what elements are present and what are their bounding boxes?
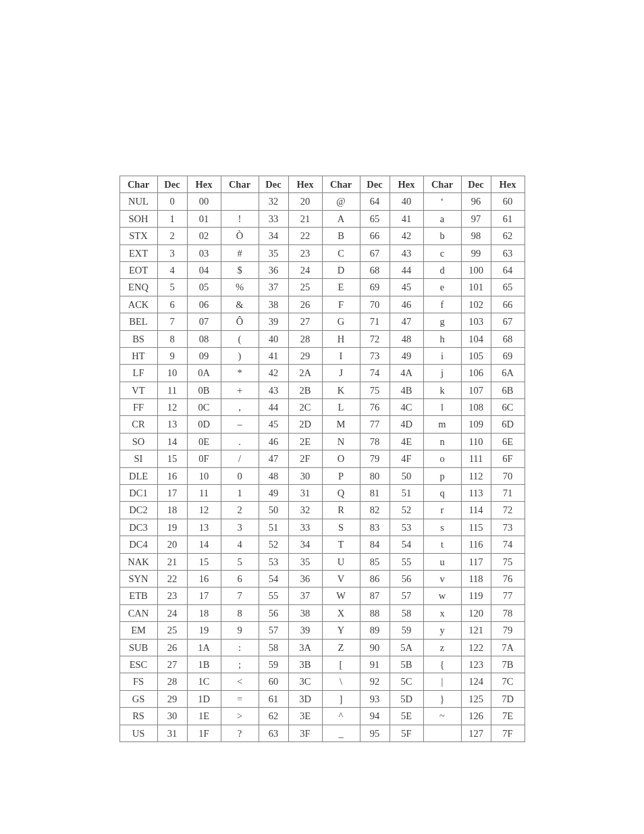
table-cell: 15	[187, 553, 221, 570]
table-cell: 02	[187, 228, 221, 244]
table-cell: o	[423, 450, 461, 467]
table-cell: DC1	[119, 485, 157, 502]
table-cell: >	[221, 708, 259, 725]
table-cell: 15	[157, 450, 187, 467]
table-cell: 1E	[187, 708, 221, 725]
table-cell: ACK	[119, 296, 157, 313]
table-cell: 40	[390, 193, 423, 210]
table-cell: g	[423, 313, 461, 330]
table-cell: 30	[157, 708, 187, 725]
table-cell: ?	[221, 725, 259, 741]
table-cell: 75	[491, 553, 525, 570]
col-header: Dec	[461, 176, 491, 193]
table-cell: 95	[360, 725, 390, 741]
table-row: SOH101!3321A6541a9761	[119, 210, 525, 227]
table-cell: <	[221, 673, 259, 690]
table-cell: 53	[390, 519, 423, 536]
table-cell: 90	[360, 639, 390, 656]
table-cell: [	[322, 656, 360, 673]
table-cell: 60	[259, 673, 288, 690]
table-cell: 34	[288, 536, 322, 553]
table-cell: p	[423, 467, 461, 484]
table-row: VT110B+432BK754Bk1076B	[119, 382, 525, 398]
table-cell: C	[322, 244, 360, 261]
table-cell: 4E	[390, 433, 423, 450]
table-cell: 14	[187, 536, 221, 553]
table-cell: 3C	[288, 673, 322, 690]
table-cell: 94	[360, 708, 390, 725]
table-cell: 79	[360, 450, 390, 467]
table-row: DC2181225032R8252r11472	[119, 502, 525, 519]
table-cell: 10	[187, 467, 221, 484]
table-cell: 33	[288, 519, 322, 536]
col-header: Dec	[157, 176, 187, 193]
table-cell: 73	[360, 347, 390, 364]
table-cell: 00	[187, 193, 221, 210]
table-cell: _	[322, 725, 360, 741]
table-cell: l	[423, 399, 461, 416]
table-cell: 3	[221, 519, 259, 536]
table-cell: 19	[187, 622, 221, 639]
table-cell: K	[322, 382, 360, 398]
table-cell: 43	[259, 382, 288, 398]
table-cell: 96	[461, 193, 491, 210]
table-cell: 43	[390, 244, 423, 261]
table-cell: 5D	[390, 690, 423, 707]
table-cell: 4F	[390, 450, 423, 467]
table-cell: SOH	[119, 210, 157, 227]
table-cell: 38	[288, 604, 322, 621]
table-cell: Y	[322, 622, 360, 639]
table-cell: 31	[288, 485, 322, 502]
table-cell: 62	[259, 708, 288, 725]
table-cell: 70	[360, 296, 390, 313]
table-row: BS808(4028H7248h10468	[119, 330, 525, 347]
table-cell: 26	[288, 296, 322, 313]
table-cell: 105	[461, 347, 491, 364]
table-cell: NAK	[119, 553, 157, 570]
table-cell: 2E	[288, 433, 322, 450]
table-cell: I	[322, 347, 360, 364]
table-cell: c	[423, 244, 461, 261]
table-cell: 2C	[288, 399, 322, 416]
table-cell: 0D	[187, 416, 221, 433]
table-cell: 81	[360, 485, 390, 502]
table-cell: 47	[390, 313, 423, 330]
table-row: SUB261A:583AZ905Az1227A	[119, 639, 525, 656]
table-cell: /	[221, 450, 259, 467]
table-cell: 127	[461, 725, 491, 741]
table-cell: 104	[461, 330, 491, 347]
table-cell: LF	[119, 365, 157, 382]
table-cell: 8	[221, 604, 259, 621]
table-cell: ~	[423, 708, 461, 725]
table-cell: SUB	[119, 639, 157, 656]
table-cell: 28	[157, 673, 187, 690]
table-cell: EOT	[119, 261, 157, 278]
table-cell: n	[423, 433, 461, 450]
table-cell: =	[221, 690, 259, 707]
table-cell: 89	[360, 622, 390, 639]
table-cell: }	[423, 690, 461, 707]
table-cell: 102	[461, 296, 491, 313]
table-cell: 6D	[491, 416, 525, 433]
table-cell: 5C	[390, 673, 423, 690]
table-cell: 12	[157, 399, 187, 416]
table-cell: 27	[157, 656, 187, 673]
table-cell: b	[423, 228, 461, 244]
table-cell: 77	[360, 416, 390, 433]
table-row: DC1171114931Q8151q11371	[119, 485, 525, 502]
table-cell: 73	[491, 519, 525, 536]
table-cell: E	[322, 279, 360, 296]
table-cell: 1A	[187, 639, 221, 656]
table-cell: 13	[157, 416, 187, 433]
table-cell: 66	[491, 296, 525, 313]
table-cell: 63	[259, 725, 288, 741]
table-cell: 0A	[187, 365, 221, 382]
table-cell: T	[322, 536, 360, 553]
table-cell: 2F	[288, 450, 322, 467]
table-cell: 06	[187, 296, 221, 313]
table-cell: 126	[461, 708, 491, 725]
table-cell: %	[221, 279, 259, 296]
table-cell: 14	[157, 433, 187, 450]
table-cell: 82	[360, 502, 390, 519]
table-cell: 67	[360, 244, 390, 261]
